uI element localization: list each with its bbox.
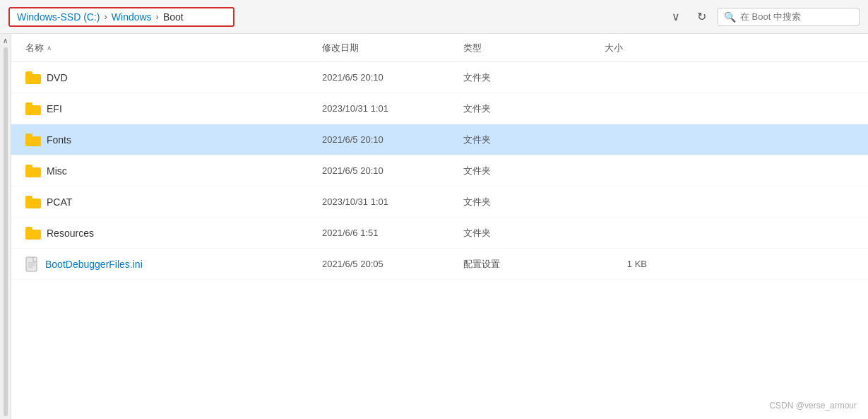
folder-icon: [25, 227, 41, 240]
folder-icon: [25, 165, 41, 177]
file-date-cell: 2021/6/6 1:51: [322, 228, 463, 238]
breadcrumb-sep-1: ›: [104, 11, 107, 22]
file-name-text: Fonts: [47, 134, 71, 146]
file-name-cell: Misc: [25, 165, 322, 177]
table-row[interactable]: Fonts2021/6/5 20:10文件夹: [11, 124, 868, 155]
table-row[interactable]: Misc2021/6/5 20:10文件夹: [11, 155, 868, 187]
breadcrumb-boot: Boot: [163, 11, 184, 23]
file-date-cell: 2021/6/5 20:10: [322, 72, 463, 83]
dropdown-button[interactable]: ∨: [666, 7, 686, 26]
table-row[interactable]: BootDebuggerFiles.ini2021/6/5 20:05配置设置1…: [11, 249, 868, 280]
content-area: ∧ 名称 ∧ 修改日期 类型 大小 DVD2021/6/5 20:10文件夹EF…: [0, 34, 868, 419]
file-name-link[interactable]: BootDebuggerFiles.ini: [45, 259, 143, 270]
file-type-cell: 文件夹: [463, 165, 605, 177]
table-row[interactable]: PCAT2023/10/31 1:01文件夹: [11, 187, 868, 218]
address-bar-right: ∨ ↻ 🔍: [666, 7, 860, 26]
file-name-text: Misc: [47, 165, 67, 177]
file-size-cell: 1 KB: [605, 259, 647, 269]
table-row[interactable]: DVD2021/6/5 20:10文件夹: [11, 62, 868, 93]
file-name-cell: BootDebuggerFiles.ini: [25, 256, 322, 272]
file-type-cell: 文件夹: [463, 71, 605, 84]
file-name-cell: EFI: [25, 102, 322, 115]
file-name-cell: DVD: [25, 71, 322, 84]
folder-icon: [25, 71, 41, 84]
file-type-cell: 配置设置: [463, 258, 605, 271]
file-name-text: EFI: [47, 103, 62, 114]
file-name-cell: Fonts: [25, 134, 322, 146]
file-icon: [25, 256, 40, 272]
col-header-size[interactable]: 大小: [605, 42, 623, 54]
table-row[interactable]: Resources2021/6/6 1:51文件夹: [11, 218, 868, 249]
breadcrumb-windows[interactable]: Windows: [112, 11, 152, 23]
file-type-cell: 文件夹: [463, 134, 605, 146]
folder-icon: [25, 102, 41, 115]
breadcrumb[interactable]: Windows-SSD (C:) › Windows › Boot: [8, 7, 234, 27]
folder-icon: [25, 196, 41, 208]
file-name-text: PCAT: [47, 196, 72, 208]
file-date-cell: 2021/6/5 20:05: [322, 259, 463, 269]
search-box: 🔍: [718, 8, 860, 26]
refresh-button[interactable]: ↻: [691, 7, 712, 26]
file-type-cell: 文件夹: [463, 227, 605, 240]
sort-arrow-icon: ∧: [47, 44, 52, 52]
file-date-cell: 2021/6/5 20:10: [322, 165, 463, 176]
address-bar: Windows-SSD (C:) › Windows › Boot ∨ ↻ 🔍: [0, 0, 868, 34]
table-row[interactable]: EFI2023/10/31 1:01文件夹: [11, 93, 868, 124]
file-date-cell: 2023/10/31 1:01: [322, 196, 463, 207]
column-headers: 名称 ∧ 修改日期 类型 大小: [11, 34, 868, 62]
file-name-cell: Resources: [25, 227, 322, 240]
file-type-cell: 文件夹: [463, 102, 605, 115]
col-header-type[interactable]: 类型: [463, 42, 605, 54]
breadcrumb-sep-2: ›: [156, 11, 159, 22]
col-header-name[interactable]: 名称 ∧: [25, 42, 322, 54]
scrollbar[interactable]: ∧: [0, 34, 11, 419]
file-date-cell: 2023/10/31 1:01: [322, 103, 463, 114]
col-header-date[interactable]: 修改日期: [322, 42, 463, 54]
file-rows: DVD2021/6/5 20:10文件夹EFI2023/10/31 1:01文件…: [11, 62, 868, 280]
scrollbar-track[interactable]: [4, 47, 8, 416]
file-name-text: DVD: [47, 72, 68, 83]
search-input[interactable]: [740, 11, 853, 22]
file-name-text: BootDebuggerFiles.ini: [45, 259, 143, 270]
scroll-up-arrow[interactable]: ∧: [3, 37, 8, 45]
file-type-cell: 文件夹: [463, 196, 605, 208]
file-name-text: Resources: [47, 228, 94, 239]
file-name-cell: PCAT: [25, 196, 322, 208]
search-icon: 🔍: [724, 11, 736, 23]
file-date-cell: 2021/6/5 20:10: [322, 134, 463, 145]
watermark: CSDN @verse_armour: [769, 401, 857, 411]
folder-icon: [25, 134, 41, 146]
file-list: 名称 ∧ 修改日期 类型 大小 DVD2021/6/5 20:10文件夹EFI2…: [11, 34, 868, 419]
breadcrumb-drive[interactable]: Windows-SSD (C:): [17, 11, 100, 23]
